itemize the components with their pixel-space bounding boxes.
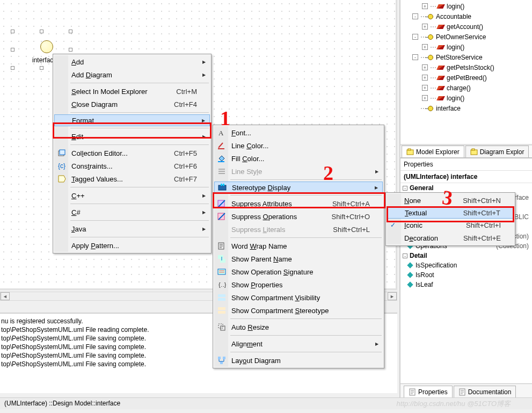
tree-expander[interactable]: - <box>412 34 418 40</box>
svg-rect-7 <box>60 150 65 155</box>
tree-item[interactable]: +⋯login() <box>400 1 532 11</box>
tree-item[interactable]: +⋯charge() <box>400 83 532 93</box>
tree-expander[interactable]: + <box>422 3 428 9</box>
format-item-fill-color-[interactable]: Fill Color... <box>214 152 383 165</box>
prop-group[interactable]: -General <box>400 183 532 193</box>
operation-icon <box>436 25 445 29</box>
format-item-word-wrap-name[interactable]: Word Wrap Name <box>214 240 383 252</box>
operation-icon <box>436 45 445 49</box>
doc-icon <box>458 388 466 396</box>
context-item-collection-editor-[interactable]: Collection Editor...Ctrl+F5 <box>54 147 210 160</box>
collection-icon <box>57 148 67 158</box>
tree-item-label: login() <box>447 44 464 51</box>
prop-key: IsSpecification <box>416 262 529 269</box>
tree-item-label: getPetBreed() <box>447 74 487 82</box>
props-icon: {‥} <box>217 280 227 289</box>
tree-item[interactable]: -⋯PetStoreService <box>400 52 532 62</box>
context-item-apply-pattern-[interactable]: Apply Pattern... <box>54 239 210 252</box>
format-item-show-compartment-visibility[interactable]: Show Compartment Visibility <box>214 291 383 304</box>
format-item-stereotype-display[interactable]: Stereotype Display <box>214 182 383 193</box>
context-item-add-diagram[interactable]: Add Diagram <box>54 68 210 81</box>
format-item-suppress-literals: Suppress LiteralsShift+Ctrl+L <box>214 223 383 236</box>
scroll-right-button[interactable]: ► <box>388 292 397 300</box>
menu-item-label: Suppress Operations <box>231 213 297 221</box>
format-submenu[interactable]: AFont...Line Color...Fill Color...Line S… <box>213 125 384 368</box>
tree-item[interactable]: +⋯login() <box>400 93 532 103</box>
svg-text:{c}: {c} <box>58 162 65 170</box>
tree-expander[interactable]: + <box>422 85 428 91</box>
format-item-suppress-operations[interactable]: Suppress OperationsShift+Ctrl+O <box>214 210 383 223</box>
context-item-constraints-[interactable]: {c}Constraints...Ctrl+F6 <box>54 160 210 172</box>
context-item-add[interactable]: Add <box>54 55 210 68</box>
stereo-item-textual[interactable]: TextualShift+Ctrl+T <box>387 207 514 219</box>
tree-item[interactable]: +⋯getPetBreed() <box>400 73 532 83</box>
tree-expander[interactable]: - <box>412 13 418 19</box>
operation-icon <box>436 76 445 80</box>
tree-item[interactable]: -⋯Accountable <box>400 11 532 21</box>
svg-rect-3 <box>472 149 475 150</box>
tab-diagram-explor[interactable]: Diagram Explor <box>465 146 529 157</box>
menu-item-label: None <box>404 197 421 205</box>
prop-row[interactable]: IsRoot <box>400 270 532 280</box>
tree-item[interactable]: -⋯PetOwnerService <box>400 32 532 42</box>
svg-rect-18 <box>218 255 223 259</box>
tab-documentation[interactable]: Documentation <box>454 386 516 397</box>
tree-expander[interactable]: + <box>422 64 428 70</box>
diagram-icon <box>470 148 478 156</box>
menu-shortcut: Ctrl+F6 <box>174 162 197 170</box>
menu-item-label: Show Compartment Visibility <box>231 294 320 302</box>
prop-row[interactable]: IsLeaf <box>400 280 532 289</box>
format-item-line-color-[interactable]: Line Color... <box>214 139 383 152</box>
svg-rect-28 <box>218 357 221 359</box>
menu-shortcut: Shift+Ctrl+E <box>463 234 501 242</box>
scroll-left-button[interactable]: ◄ <box>1 292 10 300</box>
format-item-suppress-attributes[interactable]: Suppress AttributesShift+Ctrl+A <box>214 197 383 210</box>
stereo-item-iconic[interactable]: ✓IconicShift+Ctrl+I <box>387 219 514 231</box>
format-item-layout-diagram[interactable]: Layout Diagram <box>214 354 383 367</box>
context-item-tagged-values-[interactable]: Tagged Values...Ctrl+F7 <box>54 172 210 185</box>
tree-expander[interactable]: + <box>422 24 428 30</box>
menu-shortcut: Shift+Ctrl+L <box>333 226 370 234</box>
tree-expander[interactable]: + <box>422 95 428 101</box>
tree-item-label: login() <box>447 3 464 10</box>
prop-row[interactable]: IsSpecification <box>400 260 532 270</box>
menu-item-label: Show Operation Signature <box>231 268 314 276</box>
collapse-icon[interactable]: - <box>403 253 407 258</box>
stereotype-display-submenu[interactable]: NoneShift+Ctrl+NTextualShift+Ctrl+T✓Icon… <box>385 192 515 246</box>
stereodisp-icon <box>217 183 227 192</box>
model-tree[interactable]: +⋯login()-⋯Accountable+⋯getAccount()-⋯Pe… <box>400 0 532 142</box>
tree-item[interactable]: +⋯getPetsInStock() <box>400 62 532 73</box>
context-menu[interactable]: AddAdd DiagramSelect In Model ExplorerCt… <box>53 54 212 253</box>
context-item-format[interactable]: Format <box>54 114 210 126</box>
stereo-item-none[interactable]: NoneShift+Ctrl+N <box>387 194 514 207</box>
tree-item[interactable]: ⋯interface <box>400 103 532 113</box>
tab-label: Properties <box>418 388 448 396</box>
interface-icon <box>428 34 433 40</box>
format-item-show-parent-name[interactable]: Show Parent Name <box>214 252 383 265</box>
tree-expander[interactable]: + <box>422 75 428 81</box>
collapse-icon[interactable]: - <box>403 186 407 191</box>
context-item-c-[interactable]: C++ <box>54 189 210 202</box>
tree-item[interactable]: +⋯getAccount() <box>400 21 532 32</box>
tree-item-label: login() <box>447 95 464 102</box>
format-item-show-operation-signature[interactable]: Show Operation Signature <box>214 265 383 278</box>
format-item-show-compartment-stereotype[interactable]: Show Compartment Stereotype <box>214 304 383 317</box>
tree-item[interactable]: +⋯login() <box>400 42 532 52</box>
format-item-show-properties[interactable]: {‥}Show Properties <box>214 278 383 291</box>
prop-group[interactable]: -Detail <box>400 251 532 260</box>
menu-item-label: Line Color... <box>231 142 268 150</box>
context-item-java[interactable]: Java <box>54 222 210 235</box>
format-item-auto-resize[interactable]: Auto Resize <box>214 321 383 334</box>
format-item-font-[interactable]: AFont... <box>214 126 383 139</box>
font-icon: A <box>217 128 227 137</box>
stereo-item-decoration[interactable]: DecorationShift+Ctrl+E <box>387 231 514 244</box>
tree-expander[interactable]: - <box>412 54 418 60</box>
context-item-c-[interactable]: C# <box>54 206 210 219</box>
format-item-alignment[interactable]: Alignment <box>214 337 383 350</box>
tab-model-explorer[interactable]: Model Explorer <box>402 146 464 157</box>
tab-properties[interactable]: Properties <box>404 386 453 397</box>
context-item-select-in-model-explorer[interactable]: Select In Model ExplorerCtrl+M <box>54 85 210 98</box>
tree-expander[interactable]: + <box>422 44 428 50</box>
context-item-edit[interactable]: Edit <box>54 130 210 143</box>
context-item-close-diagram[interactable]: Close DiagramCtrl+F4 <box>54 98 210 111</box>
